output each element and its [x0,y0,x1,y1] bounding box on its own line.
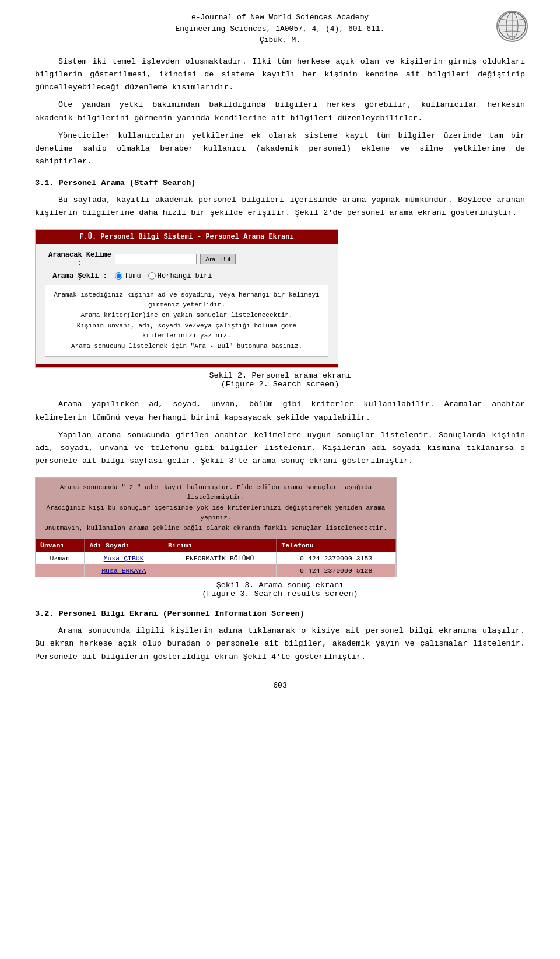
header-line3: Çıbuk, M. [35,34,525,46]
results-info-line2: Aradığınız kişi bu sonuçlar içerisinde y… [41,503,390,524]
figure-3-container: Arama sonucunda " 2 " adet kayıt bulunmu… [35,477,525,598]
section-31-title: Personel Arama (Staff Search) [59,179,196,187]
radio-group: Tümü Herhangi biri [115,272,212,280]
radio-all[interactable]: Tümü [115,272,141,280]
row2-birim [163,564,276,577]
figure-3-caption: Şekil 3. Arama sonuç ekranı (Figure 3. S… [35,581,525,598]
header-line1: e-Journal of New World Sciences Academy [35,12,525,23]
row1-ad[interactable]: Musa ÇIBUK [85,552,163,564]
row2-tel: 0-424-2370000-5128 [276,564,396,577]
search-method-row: Arama Şekli : Tümü Herhangi biri [45,272,328,280]
logo-circle: NWSA [496,11,528,42]
para-4: Bu sayfada, kayıtlı akademik personel bi… [35,194,525,220]
search-screen-footer [36,364,338,367]
info-line-2: Arama kriter(ler)ine en yakın sonuçlar l… [51,311,322,321]
info-line-3: Kişinin ünvanı, adı, soyadı ve/veya çalı… [51,321,322,341]
section-31-heading: 3.1. Personel Arama (Staff Search) [35,177,525,190]
search-row: Aranacak Kelime : Ara - Bul [45,251,328,267]
section-32-number: 3.2. [35,609,54,618]
search-keyword-label: Aranacak Kelime : [45,251,115,267]
table-row-2: Musa ERKAYA 0-424-2370000-5128 [36,564,396,577]
col-ad: Adı Soyadı [85,539,163,552]
section-31-number: 3.1. [35,179,54,187]
para-7: Arama sonucunda ilgili kişilerin adına t… [35,625,525,664]
results-info-line3: Unutmayın, kullanılan arama şekline bağl… [41,524,390,534]
search-method-label: Arama Şekli : [45,272,115,280]
figure-3-caption-line2: (Figure 3. Search results screen) [35,590,525,598]
section-32-title: Personel Bilgi Ekranı (Personnel Informa… [59,609,304,618]
radio-all-label: Tümü [124,272,141,280]
logo-inner: NWSA [498,11,527,41]
radio-any[interactable]: Herhangi biri [148,272,212,280]
search-input[interactable] [115,254,197,264]
search-screen-body: Aranacak Kelime : Ara - Bul Arama Şekli … [36,244,338,364]
results-table: Ünvanı Adı Soyadı Birimi Telefonu Uzman … [36,539,396,577]
para-2: Öte yandan yetki bakımından bakıldığında… [35,99,525,125]
search-button[interactable]: Ara - Bul [200,254,236,264]
results-table-header-row: Ünvanı Adı Soyadı Birimi Telefonu [36,539,396,552]
para-3: Yöneticiler kullanıcıların yetkilerine e… [35,130,525,169]
page-number: 603 [35,681,525,690]
search-screen-title: F.Ü. Personel Bilgi Sistemi - Personel A… [36,230,338,244]
results-info-box: Arama sonucunda " 2 " adet kayıt bulunmu… [36,478,396,539]
col-unvan: Ünvanı [36,539,85,552]
search-info-box: Aramak istediğiniz kişinin ad ve soyadın… [45,285,328,357]
para-6: Yapılan arama sonucunda girilen anahtar … [35,429,525,468]
table-row-1: Uzman Musa ÇIBUK ENFORMATİK BÖLÜMÜ 0-424… [36,552,396,564]
figure-2-container: F.Ü. Personel Bilgi Sistemi - Personel A… [35,229,525,389]
row2-unvan [36,564,85,577]
header-line2: Engineering Sciences, 1A0057, 4, (4), 60… [35,23,525,35]
radio-any-input[interactable] [148,272,156,280]
figure-2-caption-line1: Şekil 2. Personel arama ekranı [35,371,525,380]
row1-birim: ENFORMATİK BÖLÜMÜ [163,552,276,564]
section-32-heading: 3.2. Personel Bilgi Ekranı (Personnel In… [35,608,525,620]
para-5: Arama yapılırken ad, soyad, unvan, bölüm… [35,398,525,424]
figure-2-caption: Şekil 2. Personel arama ekranı (Figure 2… [35,371,525,389]
body-text-3: 3.2. Personel Bilgi Ekranı (Personnel In… [35,608,525,664]
row1-unvan: Uzman [36,552,85,564]
page-container: e-Journal of New World Sciences Academy … [0,0,560,959]
row2-ad[interactable]: Musa ERKAYA [85,564,163,577]
para-1: Sistem iki temel işlevden oluşmaktadır. … [35,55,525,95]
figure-2-box: F.Ü. Personel Bilgi Sistemi - Personel A… [35,229,338,368]
radio-all-input[interactable] [115,272,123,280]
figure-3-box: Arama sonucunda " 2 " adet kayıt bulunmu… [35,477,397,577]
info-line-1: Aramak istediğiniz kişinin ad ve soyadın… [51,290,322,311]
radio-any-label: Herhangi biri [158,272,212,280]
body-text: Sistem iki temel işlevden oluşmaktadır. … [35,55,525,220]
logo: NWSA [496,11,528,42]
figure-2-caption-line2: (Figure 2. Search screen) [35,380,525,389]
figure-3-caption-line1: Şekil 3. Arama sonuç ekranı [35,581,525,590]
svg-text:NWSA: NWSA [509,35,515,37]
results-info-line1: Arama sonucunda " 2 " adet kayıt bulunmu… [41,483,390,503]
body-text-2: Arama yapılırken ad, soyad, unvan, bölüm… [35,398,525,468]
info-line-4: Arama sonucunu listelemek için "Ara - Bu… [51,341,322,352]
page-header: e-Journal of New World Sciences Academy … [35,12,525,46]
col-birim: Birimi [163,539,276,552]
row1-tel: 0-424-2370000-3153 [276,552,396,564]
col-tel: Telefonu [276,539,396,552]
